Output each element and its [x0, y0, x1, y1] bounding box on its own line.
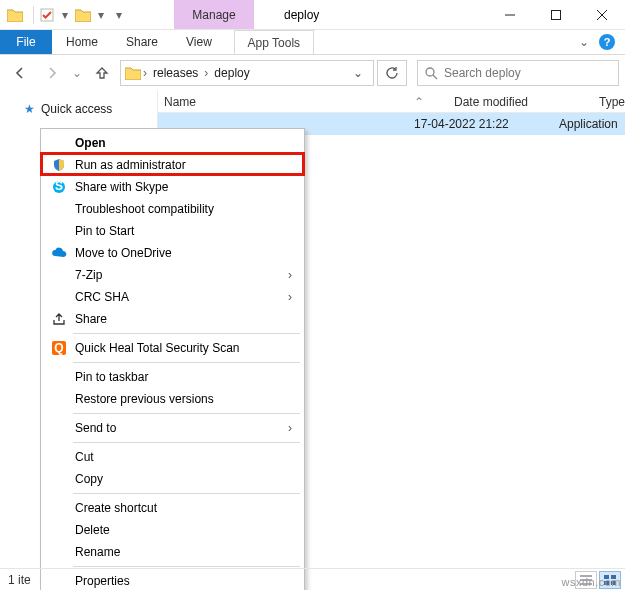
context-menu: Open Run as administrator S Share with S…: [40, 128, 305, 590]
menu-separator: [73, 413, 300, 414]
column-date[interactable]: Date modified: [454, 95, 599, 109]
search-box[interactable]: Search deploy: [417, 60, 619, 86]
menu-run-as-administrator[interactable]: Run as administrator: [43, 154, 302, 176]
submenu-arrow-icon: ›: [288, 290, 292, 304]
expand-ribbon-icon[interactable]: ⌄: [579, 35, 589, 49]
menu-restore-previous-versions[interactable]: Restore previous versions: [43, 388, 302, 410]
menu-pin-to-start[interactable]: Pin to Start: [43, 220, 302, 242]
submenu-arrow-icon: ›: [288, 421, 292, 435]
sort-indicator-icon: ⌃: [414, 95, 424, 109]
up-button[interactable]: [88, 59, 116, 87]
nav-bar: ⌄ › releases › deploy ⌄ Search deploy: [0, 55, 625, 91]
skype-icon: S: [49, 176, 69, 198]
menu-separator: [73, 333, 300, 334]
status-bar: 1 ite: [0, 568, 625, 590]
ribbon-tabs: File Home Share View App Tools ⌄ ?: [0, 30, 625, 55]
refresh-button[interactable]: [377, 60, 407, 86]
svg-text:Q: Q: [54, 341, 63, 355]
tab-view[interactable]: View: [172, 30, 226, 54]
svg-line-4: [433, 75, 437, 79]
submenu-arrow-icon: ›: [288, 268, 292, 282]
svg-text:S: S: [55, 180, 63, 193]
quick-access-toolbar: ▾ ▾ ▾: [0, 0, 134, 29]
folder-icon[interactable]: [4, 4, 26, 26]
menu-separator: [73, 442, 300, 443]
menu-separator: [73, 362, 300, 363]
column-name[interactable]: Name: [164, 95, 414, 109]
menu-create-shortcut[interactable]: Create shortcut: [43, 497, 302, 519]
breadcrumb-deploy[interactable]: deploy: [210, 66, 253, 80]
menu-send-to[interactable]: Send to›: [43, 417, 302, 439]
menu-cut[interactable]: Cut: [43, 446, 302, 468]
view-details-button[interactable]: [575, 571, 597, 589]
share-icon: [49, 308, 69, 330]
tab-app-tools[interactable]: App Tools: [234, 30, 314, 54]
menu-share[interactable]: Share: [43, 308, 302, 330]
sidebar-quick-access[interactable]: ★ Quick access: [0, 99, 157, 119]
file-tab[interactable]: File: [0, 30, 52, 54]
menu-open[interactable]: Open: [43, 132, 302, 154]
status-item-count: 1 ite: [8, 573, 31, 587]
cell-date: 17-04-2022 21:22: [414, 117, 559, 131]
menu-separator: [73, 493, 300, 494]
folder-icon[interactable]: [72, 4, 94, 26]
view-large-icons-button[interactable]: [599, 571, 621, 589]
address-bar[interactable]: › releases › deploy ⌄: [120, 60, 374, 86]
svg-rect-12: [604, 575, 609, 579]
folder-icon: [125, 66, 141, 80]
cell-type: Application: [559, 117, 618, 131]
column-type[interactable]: Type: [599, 95, 625, 109]
ribbon-context-label: Manage: [174, 0, 254, 29]
properties-qat-icon[interactable]: [36, 4, 58, 26]
menu-7zip[interactable]: 7-Zip›: [43, 264, 302, 286]
menu-separator: [73, 566, 300, 567]
menu-copy[interactable]: Copy: [43, 468, 302, 490]
breadcrumb-releases[interactable]: releases: [149, 66, 202, 80]
help-button[interactable]: ?: [599, 34, 615, 50]
star-icon: ★: [24, 102, 35, 116]
chevron-right-icon[interactable]: ›: [143, 66, 147, 80]
menu-share-with-skype[interactable]: S Share with Skype: [43, 176, 302, 198]
qat-separator: [28, 6, 34, 24]
title-bar: ▾ ▾ ▾ Manage deploy: [0, 0, 625, 30]
back-button[interactable]: [6, 59, 34, 87]
forward-button[interactable]: [38, 59, 66, 87]
menu-crc-sha[interactable]: CRC SHA›: [43, 286, 302, 308]
menu-pin-to-taskbar[interactable]: Pin to taskbar: [43, 366, 302, 388]
tab-share[interactable]: Share: [112, 30, 172, 54]
svg-rect-14: [604, 581, 609, 585]
window-title: deploy: [254, 0, 337, 29]
menu-move-to-onedrive[interactable]: Move to OneDrive: [43, 242, 302, 264]
menu-delete[interactable]: Delete: [43, 519, 302, 541]
svg-rect-2: [552, 10, 561, 19]
sidebar-label: Quick access: [41, 102, 112, 116]
maximize-button[interactable]: [533, 0, 579, 29]
search-icon: [424, 66, 438, 80]
chevron-down-icon[interactable]: ▾: [96, 4, 106, 26]
search-placeholder: Search deploy: [444, 66, 521, 80]
menu-rename[interactable]: Rename: [43, 541, 302, 563]
window-controls: [487, 0, 625, 29]
qat-overflow-icon[interactable]: ▾: [108, 4, 130, 26]
quickheal-icon: Q: [49, 337, 69, 359]
onedrive-icon: [49, 242, 69, 264]
close-button[interactable]: [579, 0, 625, 29]
chevron-down-icon[interactable]: ▾: [60, 4, 70, 26]
address-history-button[interactable]: ⌄: [347, 66, 369, 80]
svg-rect-13: [611, 575, 616, 579]
column-headers[interactable]: Name ⌃ Date modified Type: [158, 91, 625, 113]
menu-quickheal-scan[interactable]: Q Quick Heal Total Security Scan: [43, 337, 302, 359]
chevron-right-icon[interactable]: ›: [204, 66, 208, 80]
minimize-button[interactable]: [487, 0, 533, 29]
menu-troubleshoot-compatibility[interactable]: Troubleshoot compatibility: [43, 198, 302, 220]
recent-locations-button[interactable]: ⌄: [70, 59, 84, 87]
svg-point-3: [426, 68, 434, 76]
shield-icon: [49, 154, 69, 176]
tab-home[interactable]: Home: [52, 30, 112, 54]
svg-rect-15: [611, 581, 616, 585]
